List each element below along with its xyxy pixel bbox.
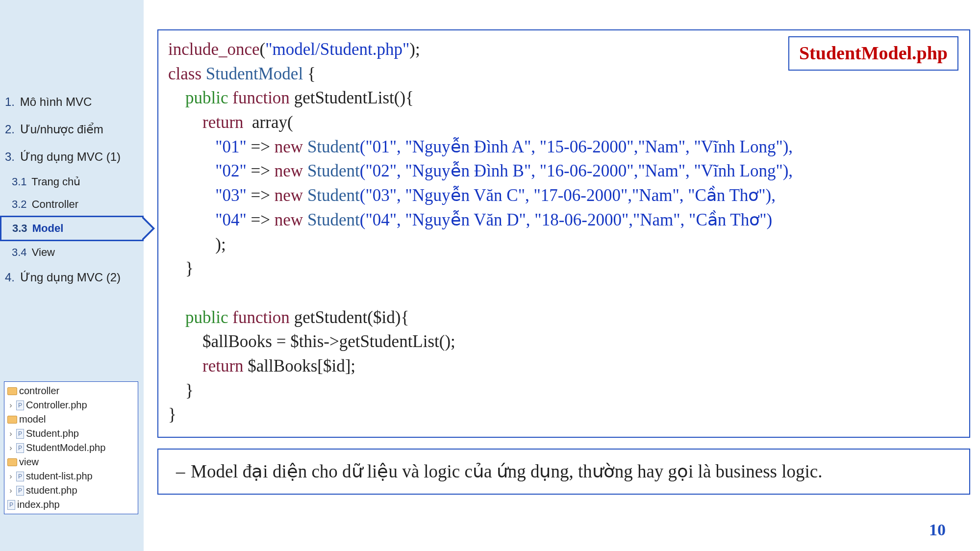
nav-num: 4. bbox=[5, 271, 15, 284]
kw-class: class bbox=[168, 64, 201, 83]
nav-label: Ứng dụng MVC (1) bbox=[20, 150, 121, 163]
nav-list: 1. Mô hình MVC 2. Ưu/nhược điểm 3. Ứng d… bbox=[0, 88, 144, 291]
str-path: "model/Student.php" bbox=[265, 40, 409, 59]
tree-file-index-php[interactable]: index.php bbox=[5, 498, 137, 512]
note-text: Model đại diện cho dữ liệu và logic của … bbox=[191, 461, 822, 481]
nav-label: Ưu/nhược điểm bbox=[20, 123, 103, 136]
nav-label: Mô hình MVC bbox=[20, 95, 92, 108]
chevron-right-icon: › bbox=[7, 485, 14, 496]
kw-new: new bbox=[275, 137, 303, 156]
cls-student: Student bbox=[307, 161, 360, 180]
nav-label: Ứng dụng MVC (2) bbox=[20, 271, 121, 284]
nav-num: 3.4 bbox=[12, 246, 27, 258]
cls-student: Student bbox=[307, 137, 360, 156]
chevron-right-icon: › bbox=[7, 428, 14, 439]
tree-label: model bbox=[19, 412, 46, 426]
nav-sub-31[interactable]: 3.1 Trang chủ bbox=[0, 171, 144, 193]
arr-key: "01" bbox=[215, 137, 247, 156]
tree-folder-model[interactable]: model bbox=[5, 412, 137, 426]
tree-folder-view[interactable]: view bbox=[5, 455, 137, 469]
kw-return: return bbox=[202, 356, 244, 376]
bullet-dash: – bbox=[176, 458, 191, 485]
kw-function: function bbox=[232, 88, 290, 107]
fn-param: ($id) bbox=[367, 308, 401, 327]
nav-label: Trang chủ bbox=[31, 175, 80, 188]
chevron-right-icon: › bbox=[7, 442, 14, 453]
nav-num: 3.1 bbox=[12, 175, 27, 188]
arr-args: ("04", "Nguyễn Văn D", "18-06-2000","Nam… bbox=[360, 210, 772, 229]
folder-icon bbox=[7, 458, 17, 466]
code-line: $allBooks[$id]; bbox=[244, 356, 355, 376]
main-content: StudentModel.phpinclude_once("model/Stud… bbox=[144, 0, 980, 551]
tree-label: Controller.php bbox=[26, 398, 87, 412]
tree-file-studentmodel-php[interactable]: › StudentModel.php bbox=[5, 441, 137, 455]
tree-folder-controller[interactable]: controller bbox=[5, 384, 137, 398]
arr-key: "02" bbox=[215, 161, 247, 180]
tree-label: student.php bbox=[26, 483, 77, 498]
kw-new: new bbox=[275, 161, 303, 180]
code-block: StudentModel.phpinclude_once("model/Stud… bbox=[157, 29, 970, 438]
file-tree: controller › Controller.php model › Stud… bbox=[4, 381, 138, 514]
kw-public: public bbox=[185, 88, 228, 107]
nav-num: 1. bbox=[5, 95, 15, 108]
chevron-right-icon: › bbox=[7, 471, 14, 482]
php-file-icon bbox=[16, 401, 24, 410]
php-file-icon bbox=[16, 443, 24, 453]
tree-label: student-list.php bbox=[26, 469, 93, 483]
nav-item-2[interactable]: 2. Ưu/nhược điểm bbox=[0, 116, 144, 143]
nav-label: View bbox=[32, 246, 55, 258]
kw-public: public bbox=[185, 308, 228, 327]
folder-icon bbox=[7, 416, 17, 424]
kw-function: function bbox=[232, 308, 290, 327]
fn-name: getStudent bbox=[294, 308, 368, 327]
chevron-right-icon: › bbox=[7, 400, 14, 411]
tree-file-student-php-view[interactable]: › student.php bbox=[5, 483, 137, 498]
arr-args: ("01", "Nguyễn Đình A", "15-06-2000","Na… bbox=[360, 137, 793, 156]
nav-label: Model bbox=[32, 222, 64, 234]
folder-icon bbox=[7, 387, 17, 395]
kw-new: new bbox=[275, 186, 303, 205]
nav-num: 3. bbox=[5, 150, 15, 163]
filename-badge: StudentModel.php bbox=[788, 36, 958, 71]
php-file-icon bbox=[16, 472, 24, 481]
class-name: StudentModel bbox=[206, 64, 303, 83]
php-file-icon bbox=[16, 429, 24, 439]
tree-file-student-list-php[interactable]: › student-list.php bbox=[5, 469, 137, 483]
nav-num: 3.3 bbox=[12, 222, 27, 234]
nav-sub-33-active[interactable]: 3.3 Model bbox=[0, 216, 144, 241]
arr-args: ("02", "Nguyễn Đình B", "16-06-2000","Na… bbox=[360, 161, 793, 180]
tree-file-student-php[interactable]: › Student.php bbox=[5, 426, 137, 441]
arr-key: "04" bbox=[215, 210, 247, 229]
nav-label: Controller bbox=[32, 198, 78, 210]
tree-label: view bbox=[19, 455, 39, 469]
nav-item-4[interactable]: 4. Ứng dụng MVC (2) bbox=[0, 264, 144, 291]
arr-key: "03" bbox=[215, 186, 247, 205]
note-box: –Model đại diện cho dữ liệu và logic của… bbox=[157, 449, 970, 495]
kw-new: new bbox=[275, 210, 303, 229]
nav-item-1[interactable]: 1. Mô hình MVC bbox=[0, 88, 144, 116]
cls-student: Student bbox=[307, 186, 360, 205]
nav-item-3[interactable]: 3. Ứng dụng MVC (1) bbox=[0, 143, 144, 171]
nav-sub-34[interactable]: 3.4 View bbox=[0, 241, 144, 264]
kw-include: include_once bbox=[168, 40, 260, 59]
page-number: 10 bbox=[929, 521, 946, 539]
kw-array: array bbox=[252, 113, 287, 132]
tree-label: index.php bbox=[17, 498, 60, 512]
php-file-icon bbox=[16, 486, 24, 496]
nav-num: 2. bbox=[5, 123, 15, 136]
tree-label: controller bbox=[19, 384, 59, 398]
tree-file-controller-php[interactable]: › Controller.php bbox=[5, 398, 137, 412]
nav-sub-32[interactable]: 3.2 Controller bbox=[0, 193, 144, 216]
code-line: $allBooks = $this->getStudentList(); bbox=[202, 332, 455, 351]
cls-student: Student bbox=[307, 210, 360, 229]
tree-label: StudentModel.php bbox=[26, 441, 105, 455]
nav-num: 3.2 bbox=[12, 198, 27, 210]
php-file-icon bbox=[7, 500, 15, 510]
kw-return: return bbox=[202, 113, 244, 132]
arr-args: ("03", "Nguyễn Văn C", "17-06-2000","Nam… bbox=[360, 186, 776, 205]
sidebar: 1. Mô hình MVC 2. Ưu/nhược điểm 3. Ứng d… bbox=[0, 0, 144, 551]
fn-name: getStudentList bbox=[294, 88, 394, 107]
tree-label: Student.php bbox=[26, 426, 79, 441]
